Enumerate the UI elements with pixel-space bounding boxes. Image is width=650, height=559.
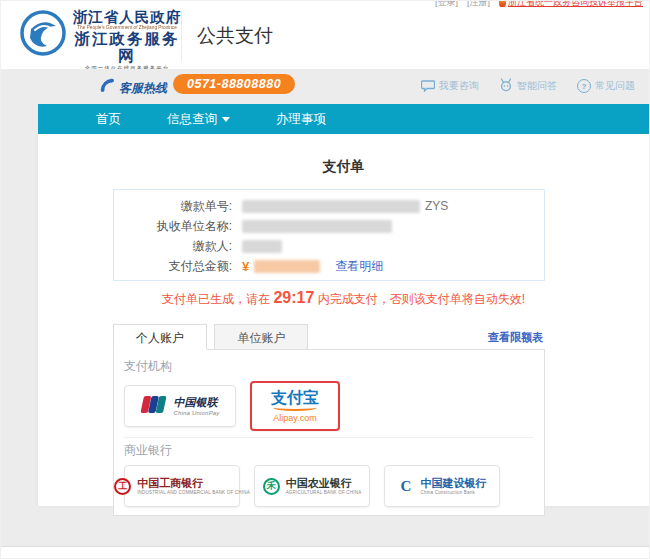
robot-icon bbox=[499, 78, 513, 94]
payment-methods-box: 支付机构 中 bbox=[113, 349, 545, 516]
consult-link[interactable]: 我要咨询 bbox=[421, 79, 479, 94]
site-name: 浙江政务服务网 bbox=[71, 31, 183, 64]
view-limit-table-link[interactable]: 查看限额表 bbox=[488, 330, 543, 345]
abc-logo-icon: 禾 bbox=[263, 478, 280, 495]
flame-icon bbox=[499, 0, 506, 7]
nav-item-handle-matters-label: 办理事项 bbox=[276, 111, 326, 128]
icbc-text: 中国工商银行 INDUSTRIAL AND COMMERCIAL BANK OF… bbox=[137, 477, 250, 496]
complaint-link[interactable]: 浙江省统一政务咨询投诉举报平台 bbox=[499, 0, 643, 9]
ccb-option[interactable]: C 中国建设银行 China Construction Bank bbox=[384, 465, 500, 507]
quicklinks: 我要咨询 智能问答 ? bbox=[421, 78, 635, 94]
site-header: 浙江省人民政府 The People's Government of Zheji… bbox=[1, 1, 649, 69]
nav-item-home-label: 首页 bbox=[96, 111, 121, 128]
amount-currency-prefix: ¥ bbox=[242, 259, 249, 274]
unit-name-label: 执收单位名称: bbox=[114, 218, 232, 235]
topbar: [登录] [注册] 浙江省统一政务咨询投诉举报平台 bbox=[435, 0, 643, 9]
unionpay-name: 中国银联 bbox=[173, 396, 219, 408]
expiry-warning: 支付单已生成，请在 29:17 内完成支付，否则该支付单将自动失效! bbox=[38, 289, 649, 308]
bank-options: 工 中国工商银行 INDUSTRIAL AND COMMERCIAL BANK … bbox=[124, 465, 534, 507]
order-no-suffix: ZYS bbox=[425, 199, 448, 213]
payment-panel: 支付单 缴款单号: ZYS 执收单位名称: 缴款人: bbox=[38, 134, 649, 506]
warning-suffix: 内完成支付，否则该支付单将自动失效! bbox=[314, 292, 525, 306]
consult-link-label: 我要咨询 bbox=[439, 79, 479, 93]
nav-item-info-query-label: 信息查询 bbox=[167, 111, 217, 128]
institution-section-label: 支付机构 bbox=[124, 358, 534, 375]
payment-order-title: 支付单 bbox=[38, 134, 649, 176]
order-no-value: ZYS bbox=[242, 199, 448, 213]
phone-icon bbox=[99, 77, 115, 97]
payer-value bbox=[242, 240, 282, 253]
warning-prefix: 支付单已生成，请在 bbox=[162, 292, 273, 306]
abc-text: 中国农业银行 AGRICULTURAL BANK OF CHINA bbox=[286, 477, 362, 496]
icbc-logo-icon: 工 bbox=[114, 478, 131, 495]
icbc-option[interactable]: 工 中国工商银行 INDUSTRIAL AND COMMERCIAL BANK … bbox=[124, 465, 240, 507]
alipay-sub: Alipay.com bbox=[273, 413, 316, 423]
unionpay-text: 中国银联 China UnionPay bbox=[173, 396, 219, 416]
payment-info-box: 缴款单号: ZYS 执收单位名称: 缴款人: bbox=[113, 189, 545, 281]
amount-label: 支付总金额: bbox=[114, 258, 232, 275]
unit-name-value bbox=[242, 220, 392, 233]
login-link[interactable]: [登录] bbox=[435, 0, 458, 9]
ccb-sub: China Construction Bank bbox=[421, 491, 487, 496]
public-payment-page: [登录] [注册] 浙江省统一政务咨询投诉举报平台 浙江省人民政府 The Pe… bbox=[0, 0, 650, 559]
ccb-name: 中国建设银行 bbox=[421, 477, 487, 489]
chat-icon bbox=[421, 79, 435, 94]
redacted-payer bbox=[242, 240, 282, 253]
abc-sub: AGRICULTURAL BANK OF CHINA bbox=[286, 491, 362, 496]
alipay-swoosh-icon bbox=[273, 404, 317, 411]
tab-unit-account[interactable]: 单位账户 bbox=[214, 324, 308, 350]
payer-label: 缴款人: bbox=[114, 238, 232, 255]
hotline-label: 客服热线 bbox=[119, 80, 167, 97]
abc-name: 中国农业银行 bbox=[286, 477, 362, 489]
faq-link-label: 常见问题 bbox=[595, 79, 635, 93]
tab-personal-account[interactable]: 个人账户 bbox=[113, 324, 207, 350]
ccb-logo-icon: C bbox=[398, 478, 415, 495]
redacted-amount bbox=[254, 260, 320, 273]
banks-section: 商业银行 工 中国工商银行 INDUSTRIAL AND COMMERCIAL … bbox=[124, 437, 534, 507]
chevron-down-icon bbox=[222, 117, 230, 122]
amount-value: ¥ 查看明细 bbox=[242, 258, 383, 275]
faq-link[interactable]: ? 常见问题 bbox=[577, 79, 635, 93]
nav-item-info-query[interactable]: 信息查询 bbox=[167, 111, 230, 128]
redacted-unit-name bbox=[242, 220, 392, 233]
institution-options: 中国银联 China UnionPay 支付宝 Alipay.com bbox=[124, 381, 534, 431]
amount-row: 支付总金额: ¥ 查看明细 bbox=[114, 256, 544, 276]
icbc-sub: INDUSTRIAL AND COMMERCIAL BANK OF CHINA bbox=[137, 491, 250, 496]
payer-row: 缴款人: bbox=[114, 236, 544, 256]
nav-item-home[interactable]: 首页 bbox=[96, 111, 121, 128]
countdown-timer: 29:17 bbox=[273, 289, 314, 306]
ccb-text: 中国建设银行 China Construction Bank bbox=[421, 477, 487, 496]
question-icon: ? bbox=[577, 79, 591, 93]
order-no-row: 缴款单号: ZYS bbox=[114, 196, 544, 216]
hotline-row: 客服热线 0571-88808880 我要咨询 bbox=[1, 69, 649, 104]
account-tabs: 个人账户 单位账户 查看限额表 bbox=[113, 324, 545, 350]
logo-text-block: 浙江省人民政府 The People's Government of Zheji… bbox=[71, 10, 183, 72]
unionpay-sub: China UnionPay bbox=[173, 410, 219, 416]
smart-qa-link-label: 智能问答 bbox=[517, 79, 557, 93]
complaint-link-label: 浙江省统一政务咨询投诉举报平台 bbox=[508, 0, 643, 9]
page-title: 公共支付 bbox=[197, 23, 273, 49]
gov-logo-icon bbox=[19, 9, 67, 61]
nav-item-handle-matters[interactable]: 办理事项 bbox=[276, 111, 326, 128]
register-link[interactable]: [注册] bbox=[467, 0, 490, 9]
header-divider bbox=[181, 11, 182, 61]
redacted-order-no bbox=[242, 200, 420, 213]
view-detail-link[interactable]: 查看明细 bbox=[335, 258, 383, 275]
main-nav: 首页 信息查询 办理事项 bbox=[38, 104, 649, 134]
unionpay-option[interactable]: 中国银联 China UnionPay bbox=[124, 385, 236, 427]
gov-name-en: The People's Government of Zhejiang Prov… bbox=[74, 25, 180, 30]
icbc-name: 中国工商银行 bbox=[137, 477, 250, 489]
abc-option[interactable]: 禾 中国农业银行 AGRICULTURAL BANK OF CHINA bbox=[254, 465, 370, 507]
banks-section-label: 商业银行 bbox=[124, 442, 534, 459]
unit-name-row: 执收单位名称: bbox=[114, 216, 544, 236]
unionpay-logo-icon bbox=[140, 396, 167, 417]
alipay-option-selected[interactable]: 支付宝 Alipay.com bbox=[250, 381, 340, 431]
hotline-number[interactable]: 0571-88808880 bbox=[173, 74, 295, 94]
content-band: 客服热线 0571-88808880 我要咨询 bbox=[1, 69, 649, 547]
order-no-label: 缴款单号: bbox=[114, 198, 232, 215]
gov-name: 浙江省人民政府 bbox=[71, 10, 183, 25]
smart-qa-link[interactable]: 智能问答 bbox=[499, 78, 557, 94]
